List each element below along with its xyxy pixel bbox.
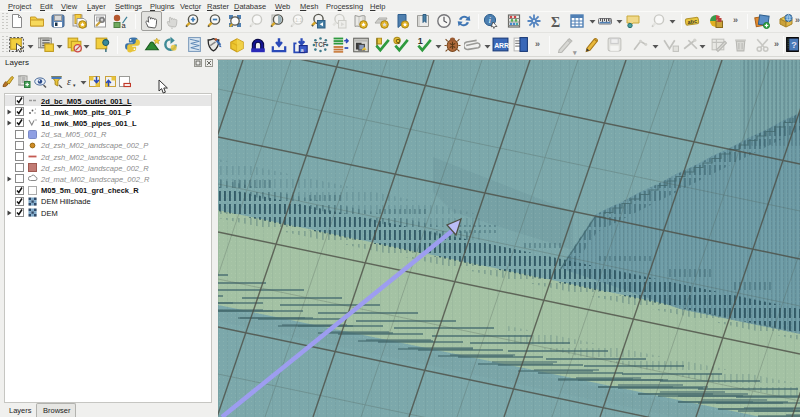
- svg-text:?: ?: [791, 40, 797, 50]
- svg-text:Σ: Σ: [551, 15, 560, 30]
- svg-text:ARR: ARR: [494, 42, 509, 49]
- svg-text:ε: ε: [67, 76, 71, 87]
- svg-text:▾: ▾: [73, 82, 76, 88]
- svg-text:1:1: 1:1: [295, 17, 302, 23]
- svg-text:a: a: [122, 21, 127, 29]
- svg-text:TCF: TCF: [314, 41, 326, 48]
- svg-text:Q: Q: [395, 37, 400, 44]
- svg-text:1: 1: [418, 36, 423, 46]
